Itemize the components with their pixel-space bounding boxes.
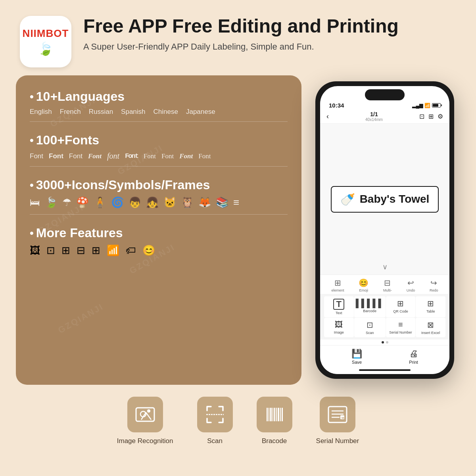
grid-serial[interactable]: ≡ Serial Number xyxy=(386,318,416,337)
fonts-row: Font Font Font Font font Font Font Font … xyxy=(30,152,288,161)
font-georgia: Font xyxy=(161,152,174,160)
toolbar-redo[interactable]: ↪ Redo xyxy=(430,278,438,292)
print-label: Print xyxy=(409,360,418,365)
font-script: font xyxy=(107,152,119,161)
lang-spanish: Spanish xyxy=(121,108,145,116)
label-canvas: 🍼 Baby's Towel ∨ xyxy=(320,124,449,274)
fonts-title: • 100+Fonts xyxy=(30,133,288,148)
grid-table[interactable]: ⊞ Table xyxy=(416,296,445,317)
icon-animal2: 🦊 xyxy=(198,196,211,209)
divider xyxy=(30,121,288,122)
phone: 10:34 ▂▄▆ 📶 ‹ 1/1 40x14mm ⊡ xyxy=(315,81,454,379)
icon-stack: 📚 xyxy=(216,196,228,209)
font-arial: Font xyxy=(69,152,83,160)
phone-nav[interactable]: ‹ 1/1 40x14mm ⊡ ⊞ ⚙ xyxy=(320,109,449,124)
svg-rect-10 xyxy=(278,408,279,421)
bottom-serial: M Serial Number xyxy=(316,397,359,445)
nav-page: 1/1 xyxy=(365,111,383,117)
label-text: Baby's Towel xyxy=(360,193,430,205)
lang-russian: Russian xyxy=(89,108,113,116)
serial-icon: ≡ xyxy=(398,320,403,329)
svg-point-2 xyxy=(147,409,150,413)
divider xyxy=(30,214,288,215)
toolbar-emoji[interactable]: 😊 Emoji xyxy=(359,278,369,292)
nav-size: 40x14mm xyxy=(365,117,383,122)
icon-face2: 👧 xyxy=(146,196,159,209)
save-label: Save xyxy=(352,360,362,365)
qrcode-label: QR Code xyxy=(393,309,408,313)
top-section: NIIMBOT 🍃 Free APP Free Editing and Prin… xyxy=(0,0,476,75)
icon-bed: 🛏 xyxy=(30,196,40,209)
grid-qrcode[interactable]: ⊞ QR Code xyxy=(386,296,416,317)
feat-wifi: 📶 xyxy=(107,244,119,257)
dynamic-island xyxy=(365,89,405,100)
svg-text:M: M xyxy=(342,416,344,420)
svg-rect-7 xyxy=(273,408,273,421)
feat-image: 🖼 xyxy=(30,244,40,257)
save-button[interactable]: 💾 Save xyxy=(351,349,362,365)
dots-row xyxy=(320,340,449,345)
print-button[interactable]: 🖨 Print xyxy=(409,349,418,365)
phone-toolbar: ⊞ element 😊 Emoji ⊟ Multi- ↩ xyxy=(320,274,449,374)
grid-scan[interactable]: ⊡ Scan xyxy=(354,318,386,337)
font-normal: Font xyxy=(30,152,43,160)
bottom-image-recognition: Image Recognition xyxy=(117,397,173,445)
emoji-icon: 😊 xyxy=(359,278,369,288)
toolbar-element[interactable]: ⊞ element xyxy=(331,278,344,292)
chevron-down-icon[interactable]: ∨ xyxy=(382,263,388,271)
element-label: element xyxy=(331,288,344,292)
svg-rect-9 xyxy=(276,408,277,421)
right-panel: 10:34 ▂▄▆ 📶 ‹ 1/1 40x14mm ⊡ xyxy=(309,75,460,385)
grid-image[interactable]: 🖼 Image xyxy=(324,318,354,337)
nav-icons: ⊡ ⊞ ⚙ xyxy=(419,113,443,120)
icon-owl: 🦉 xyxy=(181,196,194,209)
toolbar-undo[interactable]: ↩ Undo xyxy=(407,278,415,292)
languages-section: • 10+Languages English French Russian Sp… xyxy=(30,89,288,122)
icon-figure: 🧍 xyxy=(94,196,106,209)
font-trebuchet: Font xyxy=(198,152,211,160)
toolbar-row1: ⊞ element 😊 Emoji ⊟ Multi- ↩ xyxy=(320,275,449,294)
feat-qr: ⊞ xyxy=(61,244,70,257)
grid-barcode[interactable]: ▌▌▌▌▌ Barcode xyxy=(354,296,386,317)
icon-mushroom: 🍄 xyxy=(76,196,89,209)
bullet-icon: • xyxy=(30,179,34,192)
bottom-scan: Scan xyxy=(197,397,233,445)
more-features-row: 🖼 ⊡ ⊞ ⊟ ⊞ 📶 🏷 😊 xyxy=(30,244,288,257)
grid-text[interactable]: T Text xyxy=(324,296,354,317)
leaf-icon: 🍃 xyxy=(38,41,54,56)
feat-tag: 🏷 xyxy=(126,244,136,257)
svg-rect-8 xyxy=(274,408,275,421)
icon-animal: 🐱 xyxy=(163,196,176,209)
bottom-bracode: Bracode xyxy=(257,397,292,445)
undo-icon: ↩ xyxy=(407,278,414,288)
feat-smile: 😊 xyxy=(142,244,155,257)
icon-leaf: 🍃 xyxy=(45,196,58,209)
redo-icon: ↪ xyxy=(430,278,437,288)
icons-row: 🛏 🍃 ☂ 🍄 🧍 🌀 👦 👧 🐱 🦉 🦊 📚 ≡ xyxy=(30,196,288,209)
table-icon: ⊞ xyxy=(427,299,434,308)
bullet-icon: • xyxy=(30,90,34,103)
bullet-icon: • xyxy=(30,227,34,240)
grid-excel[interactable]: ⊠ Insert Excel xyxy=(416,318,445,337)
serial-icon-box: M xyxy=(320,397,355,432)
font-georgia-bold: Font xyxy=(179,152,193,160)
font-courier: Font xyxy=(125,152,138,160)
settings-icon[interactable]: ⚙ xyxy=(438,113,443,120)
redo-label: Redo xyxy=(430,288,438,292)
template-icon[interactable]: ⊡ xyxy=(419,113,424,120)
scan-label: Scan xyxy=(207,437,223,445)
home-indicator xyxy=(359,369,411,371)
size-icon[interactable]: ⊞ xyxy=(428,113,434,120)
main-content: GZQIANJI GZQIANJI GZQIANJI GZQIANJI GZQI… xyxy=(0,75,476,385)
more-features-section: • More Features 🖼 ⊡ ⊞ ⊟ ⊞ 📶 🏷 😊 xyxy=(30,226,288,257)
phone-screen: 10:34 ▂▄▆ 📶 ‹ 1/1 40x14mm ⊡ xyxy=(320,86,449,374)
back-button[interactable]: ‹ xyxy=(326,112,329,121)
toolbar-multi[interactable]: ⊟ Multi- xyxy=(383,278,392,292)
app-name: NIIMBOT xyxy=(23,27,69,40)
excel-label: Insert Excel xyxy=(421,331,440,335)
nav-center: 1/1 40x14mm xyxy=(365,111,383,122)
serial-label: Serial Number xyxy=(389,330,412,334)
image-label: Image xyxy=(334,330,344,334)
element-icon: ⊞ xyxy=(334,278,341,288)
multi-icon: ⊟ xyxy=(384,278,391,288)
